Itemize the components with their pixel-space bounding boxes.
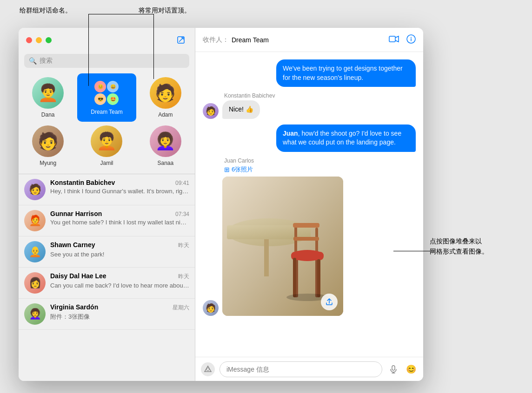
minimize-button[interactable] [36,37,42,43]
conv-content-virginia: Virginia Sardón 星期六 附件：3张图像 [50,303,189,321]
chat-area: 收件人： Dream Team [195,28,423,381]
search-icon: 🔍 [29,57,37,65]
message-row-3: Juan, how'd the shoot go? I'd love to se… [203,124,416,152]
conv-preview-konstantin: Hey, I think I found Gunnar's wallet. It… [50,187,189,196]
conv-header-shawn: Shawn Carney 昨天 [50,241,189,249]
chat-input-bar: 😊 [195,357,423,381]
conv-preview-shawn: See you at the park! [50,250,189,259]
pinned-item-sanaa[interactable]: 👩‍🦱 Sanaa [136,122,195,170]
app-store-button[interactable] [201,362,215,376]
conv-name-konstantin: Konstantin Babichev [50,179,115,186]
conv-content-daisy: Daisy Dal Hae Lee 昨天 Can you call me bac… [50,272,189,290]
conv-time-gunnar: 07:34 [175,211,189,217]
conv-content-shawn: Shawn Carney 昨天 See you at the park! [50,241,189,259]
pinned-item-myung[interactable]: 🧑 Myung [19,122,77,170]
share-button[interactable] [321,294,338,310]
conv-time-virginia: 星期六 [173,304,189,312]
dream-team-avatar: 😊 😄 😎 🤩 [91,77,122,109]
photo-grid-icon: ⊞ [224,166,230,173]
svg-rect-2 [389,36,395,42]
message-bubble-2: Nice! 👍 [222,100,260,119]
conversation-list: 🧑 Konstantin Babichev 09:41 Hey, I think… [19,174,195,381]
recipient-label: 收件人： [203,36,229,44]
conv-item-virginia[interactable]: 👩‍🦱 Virginia Sardón 星期六 附件：3张图像 [19,299,195,330]
info-icon[interactable] [406,34,416,46]
recipient-name: Dream Team [232,36,269,44]
svg-point-5 [411,37,412,38]
maximize-button[interactable] [46,37,52,43]
conv-header-gunnar: Gunnar Harrison 07:34 [50,210,189,217]
pinned-item-dreamteam[interactable]: 😊 😄 😎 🤩 Dream Team [77,73,136,122]
message-row-4: 🧑 [203,177,416,316]
conv-name-shawn: Shawn Carney [50,241,95,249]
conv-name-daisy: Daisy Dal Hae Lee [50,272,106,280]
annotation-image-grid: 点按图像堆叠来以网格形式查看图像。 [430,236,504,257]
titlebar [19,28,195,52]
photo-count-badge: ⊞ 6张照片 [224,165,416,174]
conv-time-shawn: 昨天 [178,242,189,249]
conv-name-virginia: Virginia Sardón [50,303,98,311]
pinned-label-jamil: Jamil [100,160,113,166]
search-placeholder: 搜索 [40,57,53,65]
conv-content-gunnar: Gunnar Harrison 07:34 You get home safe?… [50,210,189,227]
pinned-item-adam[interactable]: 🧑 Adam [136,73,195,122]
msg-avatar-juan: 🧑 [203,300,219,316]
conv-header-virginia: Virginia Sardón 星期六 [50,303,189,312]
message-row-1: We've been trying to get designs togethe… [203,59,416,87]
svg-point-21 [206,368,209,371]
conv-preview-virginia: 附件：3张图像 [50,313,189,321]
message-bubble-1: We've been trying to get designs togethe… [276,59,416,87]
pinned-label-dana: Dana [41,111,55,118]
conv-item-gunnar[interactable]: 🧑‍🦰 Gunnar Harrison 07:34 You get home s… [19,205,195,236]
conv-item-shawn[interactable]: 🧑‍🦲 Shawn Carney 昨天 See you at the park! [19,236,195,268]
sidebar: 🔍 搜索 🧑‍🦱 Dana 😊 😄 😎 🤩 Dream Team [19,28,195,381]
conv-item-konstantin[interactable]: 🧑 Konstantin Babichev 09:41 Hey, I think… [19,174,195,205]
message-input[interactable] [219,361,382,377]
compose-button[interactable] [174,33,187,46]
msg-sender-juan: Juan Carlos [224,157,416,164]
conv-header-daisy: Daisy Dal Hae Lee 昨天 [50,272,189,281]
svg-rect-18 [293,258,296,297]
message-bubble-3: Juan, how'd the shoot go? I'd love to se… [276,124,416,152]
pinned-contacts-grid: 🧑‍🦱 Dana 😊 😄 😎 🤩 Dream Team 🧑 [19,72,195,174]
close-button[interactable] [26,37,32,43]
emoji-button[interactable]: 😊 [405,363,418,376]
messages-window: 🔍 搜索 🧑‍🦱 Dana 😊 😄 😎 🤩 Dream Team [19,28,423,381]
conv-preview-gunnar: You get home safe? I think I lost my wal… [50,218,189,227]
pinned-item-jamil[interactable]: 🧑‍🦱 Jamil [77,122,136,170]
pinned-item-dana[interactable]: 🧑‍🦱 Dana [19,73,77,122]
msg-avatar-konstantin: 🧑 [203,103,219,119]
svg-rect-19 [317,259,320,297]
annotation-name-group: 给群组对话命名。 [20,7,72,15]
svg-rect-22 [392,366,395,370]
chat-header: 收件人： Dream Team [195,28,423,52]
svg-line-1 [179,38,183,42]
chat-messages: We've been trying to get designs togethe… [195,52,423,357]
pinned-label-adam: Adam [158,111,173,118]
conv-content-konstantin: Konstantin Babichev 09:41 Hey, I think I… [50,179,189,196]
search-bar[interactable]: 🔍 搜索 [24,54,189,68]
message-group-juan: Juan Carlos ⊞ 6张照片 🧑 [203,157,416,316]
voice-input-button[interactable] [387,363,400,376]
chat-recipient: 收件人： Dream Team [203,36,269,44]
message-row-2: 🧑 Nice! 👍 [203,100,416,119]
chat-actions [389,34,416,46]
video-call-icon[interactable] [389,35,399,45]
conv-name-gunnar: Gunnar Harrison [50,210,102,217]
svg-rect-9 [264,239,269,276]
pinned-label-sanaa: Sanaa [157,160,173,166]
svg-rect-14 [293,223,319,228]
conv-header-konstantin: Konstantin Babichev 09:41 [50,179,189,186]
traffic-lights [26,37,52,43]
message-group-konstantin: Konstantin Babichev 🧑 Nice! 👍 [203,92,416,119]
photo-count-text: 6张照片 [232,165,253,174]
pinned-label-dreamteam: Dream Team [91,109,122,115]
svg-rect-15 [293,237,319,241]
pinned-label-myung: Myung [40,160,56,166]
conv-time-daisy: 昨天 [178,273,189,281]
conv-item-daisy[interactable]: 👩 Daisy Dal Hae Lee 昨天 Can you call me b… [19,268,195,299]
image-stack[interactable] [222,177,343,316]
conv-preview-daisy: Can you call me back? I'd love to hear m… [50,282,189,290]
conv-time-konstantin: 09:41 [175,180,189,186]
msg-sender-konstantin: Konstantin Babichev [224,92,416,99]
